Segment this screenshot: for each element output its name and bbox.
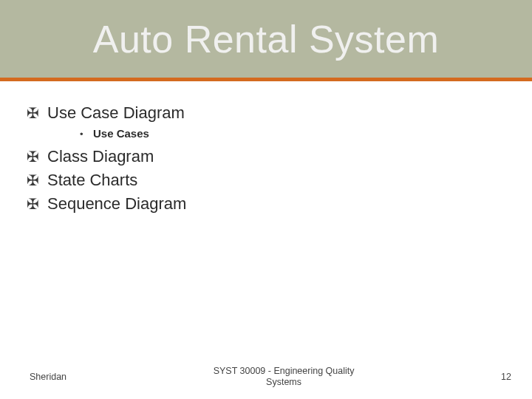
slide-footer: Sheridan SYST 30009 - Engineering Qualit… xyxy=(0,366,532,389)
sub-list: • Use Cases xyxy=(80,127,505,140)
list-item-label: Sequence Diagram xyxy=(47,194,186,214)
script-bullet-icon: ✠ xyxy=(27,149,47,164)
list-item: ✠ Class Diagram xyxy=(27,147,505,166)
list-item: ✠ Sequence Diagram xyxy=(27,194,505,214)
sub-list-item: • Use Cases xyxy=(80,127,505,140)
list-item-label: Class Diagram xyxy=(47,147,154,166)
footer-center-line1: SYST 30009 - Engineering Quality xyxy=(214,366,355,376)
list-item-label: Use Case Diagram xyxy=(47,103,185,123)
footer-left: Sheridan xyxy=(30,372,66,382)
slide-number: 12 xyxy=(501,372,511,382)
script-bullet-icon: ✠ xyxy=(27,173,47,188)
sub-list-item-label: Use Cases xyxy=(93,127,149,140)
slide-title: Auto Rental System xyxy=(93,17,440,61)
footer-center-line2: Systems xyxy=(266,377,301,387)
script-bullet-icon: ✠ xyxy=(27,197,47,211)
footer-center: SYST 30009 - Engineering Quality Systems xyxy=(66,366,501,389)
list-item-label: State Charts xyxy=(47,171,137,190)
list-item: ✠ State Charts xyxy=(27,171,505,190)
list-item: ✠ Use Case Diagram xyxy=(27,103,505,123)
slide-content: ✠ Use Case Diagram • Use Cases ✠ Class D… xyxy=(0,81,532,214)
title-band: Auto Rental System xyxy=(0,0,532,81)
script-bullet-icon: ✠ xyxy=(27,106,47,120)
dot-bullet-icon: • xyxy=(80,129,93,140)
